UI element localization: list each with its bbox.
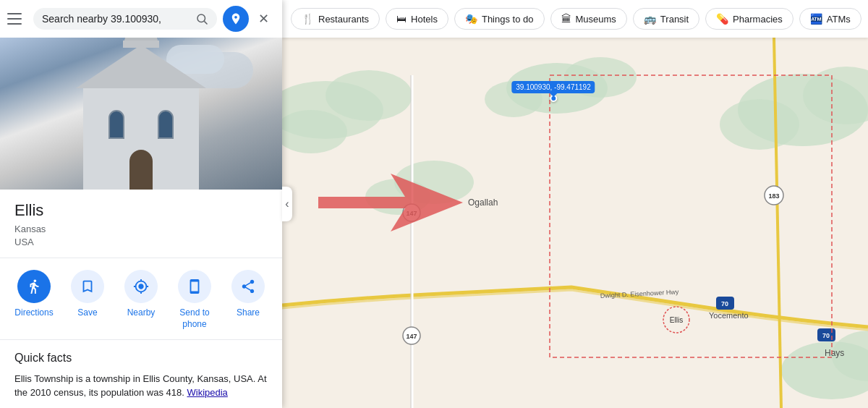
search-input[interactable] [42, 13, 190, 25]
pharmacies-icon: 💊 [716, 13, 728, 25]
filter-chip-things-label: Things to do [482, 14, 534, 25]
svg-point-11 [720, 99, 799, 150]
filter-chip-restaurants[interactable]: 🍴 Restaurants [291, 8, 380, 30]
filter-chip-hotels-label: Hotels [411, 14, 438, 25]
search-input-wrapper [33, 8, 217, 30]
nearby-button[interactable]: Nearby [119, 270, 163, 330]
directions-button[interactable]: Directions [12, 270, 56, 330]
filter-chip-restaurants-label: Restaurants [318, 14, 369, 25]
svg-text:70: 70 [822, 332, 830, 339]
save-button[interactable]: Save [66, 270, 109, 330]
svg-text:147: 147 [406, 333, 417, 340]
send-to-phone-button[interactable]: Send tophone [173, 270, 216, 330]
svg-marker-33 [318, 174, 463, 231]
collapse-icon: ‹ [285, 197, 289, 211]
filter-chip-pharmacies[interactable]: 💊 Pharmacies [705, 8, 793, 30]
place-region: Kansas USA [14, 223, 268, 249]
svg-text:Hays: Hays [825, 348, 844, 358]
svg-line-1 [204, 21, 207, 24]
close-button[interactable]: ✕ [252, 7, 275, 30]
action-row: Directions Save Nearby [0, 258, 282, 339]
nearby-label: Nearby [127, 307, 156, 319]
search-button[interactable] [195, 12, 208, 25]
place-photo [0, 38, 282, 190]
place-info: Ellis Kansas USA [0, 190, 282, 258]
left-panel: ✕ Ellis Kansas USA [0, 0, 282, 408]
arrow-pointer [318, 174, 463, 234]
collapse-tab[interactable]: ‹ [282, 187, 292, 221]
svg-point-4 [326, 70, 412, 121]
svg-text:Ellis: Ellis [670, 316, 683, 324]
wikipedia-link[interactable]: Wikipedia [187, 387, 228, 398]
map-area[interactable]: 🍴 Restaurants 🛏 Hotels 🎭 Things to do 🏛 … [282, 0, 868, 408]
svg-text:Yocemento: Yocemento [709, 311, 749, 320]
search-bar: ✕ [0, 0, 282, 38]
restaurants-icon: 🍴 [302, 13, 314, 25]
map-pin: 39.100930, -99.471192 [511, 81, 595, 102]
share-label: Share [237, 307, 260, 319]
filter-chip-things-to-do[interactable]: 🎭 Things to do [454, 8, 545, 30]
map-pin-label: 39.100930, -99.471192 [511, 81, 595, 93]
hotels-icon: 🛏 [396, 13, 407, 25]
map-background[interactable]: 70 70 147 147 183 Ogallah Ellis [282, 38, 868, 408]
atms-icon: 🏧 [810, 13, 822, 25]
svg-text:Ogallah: Ogallah [468, 197, 498, 208]
place-name: Ellis [14, 201, 268, 220]
filter-chip-transit-label: Transit [660, 14, 689, 25]
transit-icon: 🚌 [644, 13, 656, 25]
things-icon: 🎭 [465, 13, 477, 25]
filter-chip-museums[interactable]: 🏛 Museums [550, 8, 627, 30]
quick-facts-text: Ellis Township is a township in Ellis Co… [14, 372, 268, 400]
quick-facts-section: Quick facts Ellis Township is a township… [0, 340, 282, 408]
filter-chip-atms-label: ATMs [827, 14, 851, 25]
send-to-phone-label: Send tophone [179, 307, 209, 330]
svg-text:183: 183 [768, 192, 779, 200]
filter-chip-transit[interactable]: 🚌 Transit [633, 8, 699, 30]
quick-facts-title: Quick facts [14, 352, 268, 365]
search-action-buttons: ✕ [223, 6, 275, 32]
museums-icon: 🏛 [561, 13, 571, 25]
menu-button[interactable] [7, 9, 27, 29]
filter-chip-pharmacies-label: Pharmacies [733, 14, 783, 25]
svg-point-0 [197, 14, 205, 22]
filter-chip-museums-label: Museums [576, 14, 616, 25]
filter-bar: 🍴 Restaurants 🛏 Hotels 🎭 Things to do 🏛 … [282, 0, 868, 38]
save-label: Save [77, 307, 97, 319]
directions-label: Directions [14, 307, 53, 319]
share-button[interactable]: Share [226, 270, 270, 330]
svg-text:70: 70 [721, 300, 728, 307]
filter-chip-atms[interactable]: 🏧 ATMs [799, 8, 861, 30]
filter-chip-hotels[interactable]: 🛏 Hotels [386, 8, 448, 30]
pin-button[interactable] [223, 6, 249, 32]
